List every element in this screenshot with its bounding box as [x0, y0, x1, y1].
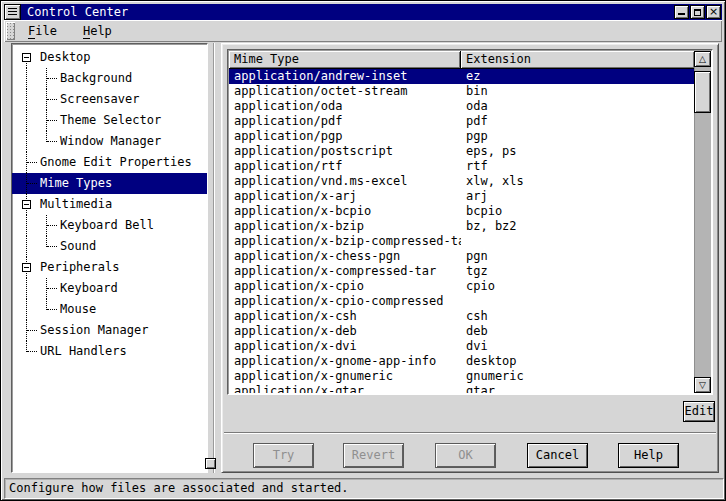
- cell-mime-type: application/pgp: [229, 129, 461, 144]
- scroll-up-button[interactable]: △: [694, 51, 711, 67]
- pane-resize-handle[interactable]: [205, 458, 216, 469]
- try-button[interactable]: Try: [253, 443, 314, 468]
- sidebar-item-keyboard[interactable]: Keyboard: [12, 278, 207, 299]
- sidebar-item-multimedia[interactable]: Multimedia: [12, 194, 207, 215]
- sidebar-item-label: Desktop: [37, 50, 94, 65]
- minimize-icon: [678, 13, 685, 15]
- revert-button[interactable]: Revert: [343, 443, 404, 468]
- window-menu-button[interactable]: [4, 4, 21, 20]
- close-button[interactable]: ×: [706, 5, 721, 19]
- column-header-mime-type[interactable]: Mime Type: [229, 51, 461, 69]
- table-row[interactable]: application/x-chess-pgnpgn: [229, 249, 694, 264]
- sidebar-item-label: Mouse: [57, 302, 99, 317]
- scroll-down-button[interactable]: ▽: [694, 377, 711, 393]
- table-row[interactable]: application/x-compressed-tartgz: [229, 264, 694, 279]
- category-tree: DesktopBackgroundScreensaverTheme Select…: [12, 47, 207, 362]
- table-header-row: Mime Type Extension: [229, 51, 694, 69]
- table-row[interactable]: application/odaoda: [229, 99, 694, 114]
- table-row[interactable]: application/x-gnome-app-infodesktop: [229, 354, 694, 369]
- sidebar-item-label: Screensaver: [57, 92, 142, 107]
- ok-button[interactable]: OK: [435, 443, 496, 468]
- pane-separator: [213, 43, 215, 473]
- table-row[interactable]: application/x-bzip-compressed-tar: [229, 234, 694, 249]
- statusbar-text: Configure how files are associated and s…: [9, 481, 349, 495]
- sidebar-item-screensaver[interactable]: Screensaver: [12, 89, 207, 110]
- sidebar-item-session-manager[interactable]: Session Manager: [12, 320, 207, 341]
- mime-table-frame: Mime Type Extension application/andrew-i…: [227, 49, 713, 395]
- table-row[interactable]: application/postscripteps, ps: [229, 144, 694, 159]
- sidebar-item-window-manager[interactable]: Window Manager: [12, 131, 207, 152]
- cell-mime-type: application/x-bzip-compressed-tar: [229, 234, 461, 249]
- cell-extension: gtar: [461, 384, 694, 393]
- tree-line: [27, 183, 37, 184]
- maximize-icon: [694, 9, 701, 16]
- table-row[interactable]: application/x-cpiocpio: [229, 279, 694, 294]
- table-row[interactable]: application/x-dvidvi: [229, 339, 694, 354]
- cell-mime-type: application/x-bcpio: [229, 204, 461, 219]
- menubar-grip-handle[interactable]: [6, 22, 15, 40]
- column-header-extension[interactable]: Extension: [461, 51, 694, 69]
- table-row[interactable]: application/vnd.ms-excelxlw, xls: [229, 174, 694, 189]
- sidebar-item-mime-types[interactable]: Mime Types: [12, 173, 207, 194]
- table-row[interactable]: application/x-gtargtar: [229, 384, 694, 393]
- table-row[interactable]: application/x-arjarj: [229, 189, 694, 204]
- table-row[interactable]: application/x-cshcsh: [229, 309, 694, 324]
- table-row[interactable]: application/andrew-insetez: [229, 69, 694, 84]
- table-row[interactable]: application/rtfrtf: [229, 159, 694, 174]
- cell-mime-type: application/rtf: [229, 159, 461, 174]
- tree-line: [26, 215, 27, 236]
- sidebar-item-theme-selector[interactable]: Theme Selector: [12, 110, 207, 131]
- sidebar-item-label: URL Handlers: [37, 344, 130, 359]
- help-button[interactable]: Help: [618, 443, 679, 468]
- table-row[interactable]: application/x-bzipbz, bz2: [229, 219, 694, 234]
- sidebar-item-peripherals[interactable]: Peripherals: [12, 257, 207, 278]
- sidebar-item-desktop[interactable]: Desktop: [12, 47, 207, 68]
- cancel-button[interactable]: Cancel: [527, 443, 588, 468]
- sidebar-item-gnome-edit-properties[interactable]: Gnome Edit Properties: [12, 152, 207, 173]
- tree-expander-icon[interactable]: [22, 200, 31, 209]
- edit-button[interactable]: Edit: [683, 401, 715, 422]
- scrollbar-thumb[interactable]: [694, 71, 711, 113]
- table-row[interactable]: application/pdfpdf: [229, 114, 694, 129]
- menu-file[interactable]: File: [15, 21, 70, 41]
- sidebar-item-label: Multimedia: [37, 197, 115, 212]
- sidebar-item-sound[interactable]: Sound: [12, 236, 207, 257]
- minimize-button[interactable]: [674, 5, 689, 19]
- sidebar-item-label: Sound: [57, 239, 99, 254]
- tree-line: [47, 99, 57, 100]
- sidebar-item-label: Theme Selector: [57, 113, 164, 128]
- table-row[interactable]: application/x-bcpiobcpio: [229, 204, 694, 219]
- sidebar-item-keyboard-bell[interactable]: Keyboard Bell: [12, 215, 207, 236]
- cell-extension: [461, 294, 694, 309]
- tree-expander-icon[interactable]: [22, 53, 31, 62]
- cell-extension: desktop: [461, 354, 694, 369]
- cell-extension: bz, bz2: [461, 219, 694, 234]
- sidebar-item-mouse[interactable]: Mouse: [12, 299, 207, 320]
- cell-extension: deb: [461, 324, 694, 339]
- cell-extension: csh: [461, 309, 694, 324]
- cell-mime-type: application/x-chess-pgn: [229, 249, 461, 264]
- menu-help[interactable]: Help: [70, 21, 125, 41]
- cell-mime-type: application/oda: [229, 99, 461, 114]
- tree-line: [47, 246, 57, 247]
- cell-mime-type: application/x-cpio-compressed: [229, 294, 461, 309]
- tree-expander-icon[interactable]: [22, 263, 31, 272]
- maximize-button[interactable]: [690, 5, 705, 19]
- table-row[interactable]: application/x-cpio-compressed: [229, 294, 694, 309]
- cell-mime-type: application/x-gnome-app-info: [229, 354, 461, 369]
- table-row[interactable]: application/octet-streambin: [229, 84, 694, 99]
- category-tree-panel: DesktopBackgroundScreensaverTheme Select…: [11, 43, 208, 473]
- titlebar-drag-area[interactable]: Control Center: [21, 4, 722, 20]
- table-row[interactable]: application/x-gnumericgnumeric: [229, 369, 694, 384]
- tree-line: [27, 162, 37, 163]
- tree-line: [47, 141, 57, 142]
- sidebar-item-label: Session Manager: [37, 323, 151, 338]
- table-row[interactable]: application/pgppgp: [229, 129, 694, 144]
- vertical-scrollbar[interactable]: △ ▽: [694, 51, 711, 393]
- sidebar-item-url-handlers[interactable]: URL Handlers: [12, 341, 207, 362]
- mime-table: application/andrew-insetezapplication/oc…: [229, 69, 694, 393]
- sidebar-item-background[interactable]: Background: [12, 68, 207, 89]
- table-row[interactable]: application/x-debdeb: [229, 324, 694, 339]
- cell-extension: cpio: [461, 279, 694, 294]
- cell-extension: [461, 234, 694, 249]
